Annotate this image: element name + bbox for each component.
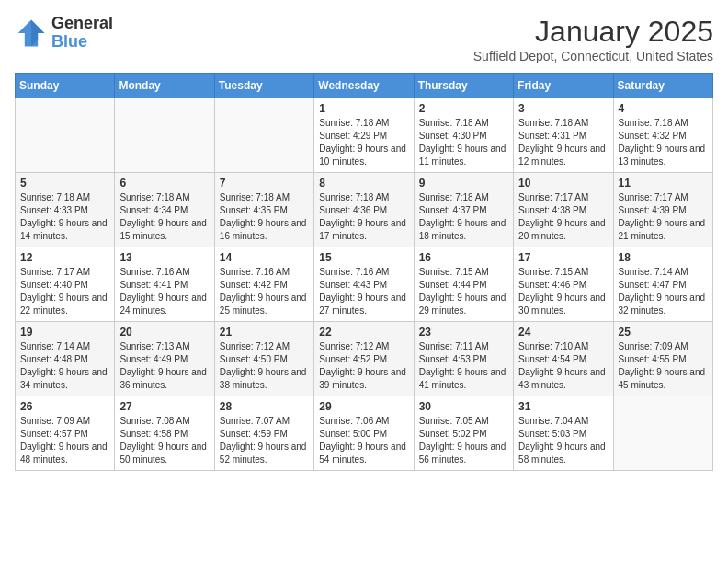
- week-row-2: 5Sunrise: 7:18 AM Sunset: 4:33 PM Daylig…: [16, 173, 713, 247]
- calendar-cell: 26Sunrise: 7:09 AM Sunset: 4:57 PM Dayli…: [16, 396, 115, 471]
- calendar-cell: 5Sunrise: 7:18 AM Sunset: 4:33 PM Daylig…: [16, 173, 115, 247]
- day-number: 28: [220, 400, 309, 413]
- day-info: Sunrise: 7:18 AM Sunset: 4:31 PM Dayligh…: [518, 117, 608, 168]
- day-number: 19: [20, 326, 109, 339]
- day-info: Sunrise: 7:06 AM Sunset: 5:00 PM Dayligh…: [319, 415, 408, 466]
- logo-blue-text: Blue: [51, 32, 87, 51]
- day-number: 14: [220, 251, 309, 264]
- logo-icon: [15, 17, 48, 50]
- day-number: 3: [518, 102, 608, 115]
- col-tuesday: Tuesday: [214, 74, 313, 98]
- day-info: Sunrise: 7:18 AM Sunset: 4:36 PM Dayligh…: [319, 191, 408, 243]
- day-info: Sunrise: 7:16 AM Sunset: 4:41 PM Dayligh…: [119, 266, 209, 317]
- day-info: Sunrise: 7:18 AM Sunset: 4:29 PM Dayligh…: [319, 117, 408, 168]
- calendar-cell: 4Sunrise: 7:18 AM Sunset: 4:32 PM Daylig…: [613, 98, 712, 173]
- calendar-cell: 7Sunrise: 7:18 AM Sunset: 4:35 PM Daylig…: [214, 173, 313, 247]
- day-number: 25: [619, 326, 708, 339]
- week-row-5: 26Sunrise: 7:09 AM Sunset: 4:57 PM Dayli…: [16, 396, 713, 471]
- day-number: 24: [518, 326, 608, 339]
- calendar-cell: 31Sunrise: 7:04 AM Sunset: 5:03 PM Dayli…: [514, 396, 613, 471]
- calendar-cell: 24Sunrise: 7:10 AM Sunset: 4:54 PM Dayli…: [514, 322, 613, 396]
- day-number: 13: [119, 251, 209, 264]
- day-info: Sunrise: 7:18 AM Sunset: 4:34 PM Dayligh…: [119, 191, 209, 243]
- day-number: 22: [319, 326, 408, 339]
- day-number: 8: [319, 177, 408, 190]
- day-info: Sunrise: 7:14 AM Sunset: 4:47 PM Dayligh…: [619, 266, 708, 317]
- calendar-cell: 12Sunrise: 7:17 AM Sunset: 4:40 PM Dayli…: [16, 247, 115, 322]
- day-number: 30: [419, 400, 508, 413]
- day-info: Sunrise: 7:09 AM Sunset: 4:57 PM Dayligh…: [20, 415, 109, 466]
- day-number: 6: [119, 177, 209, 190]
- calendar-cell: 3Sunrise: 7:18 AM Sunset: 4:31 PM Daylig…: [514, 98, 613, 173]
- day-number: 15: [319, 251, 408, 264]
- calendar-cell: 13Sunrise: 7:16 AM Sunset: 4:41 PM Dayli…: [115, 247, 214, 322]
- day-info: Sunrise: 7:12 AM Sunset: 4:50 PM Dayligh…: [220, 340, 309, 392]
- calendar-cell: 28Sunrise: 7:07 AM Sunset: 4:59 PM Dayli…: [214, 396, 313, 471]
- day-info: Sunrise: 7:17 AM Sunset: 4:40 PM Dayligh…: [20, 266, 109, 317]
- calendar-cell: 1Sunrise: 7:18 AM Sunset: 4:29 PM Daylig…: [314, 98, 414, 173]
- calendar-cell: 29Sunrise: 7:06 AM Sunset: 5:00 PM Dayli…: [314, 396, 414, 471]
- col-friday: Friday: [514, 74, 613, 98]
- day-info: Sunrise: 7:10 AM Sunset: 4:54 PM Dayligh…: [518, 340, 608, 392]
- week-row-1: 1Sunrise: 7:18 AM Sunset: 4:29 PM Daylig…: [16, 98, 713, 173]
- location-text: Suffield Depot, Connecticut, United Stat…: [473, 49, 713, 63]
- day-number: 31: [518, 400, 608, 413]
- day-number: 1: [319, 102, 408, 115]
- col-thursday: Thursday: [414, 74, 513, 98]
- day-info: Sunrise: 7:04 AM Sunset: 5:03 PM Dayligh…: [518, 415, 608, 466]
- title-block: January 2025 Suffield Depot, Connecticut…: [473, 15, 713, 63]
- day-info: Sunrise: 7:16 AM Sunset: 4:42 PM Dayligh…: [220, 266, 309, 317]
- day-info: Sunrise: 7:08 AM Sunset: 4:58 PM Dayligh…: [119, 415, 209, 466]
- col-sunday: Sunday: [16, 74, 115, 98]
- col-wednesday: Wednesday: [314, 74, 414, 98]
- calendar-table: Sunday Monday Tuesday Wednesday Thursday…: [15, 73, 713, 471]
- day-info: Sunrise: 7:18 AM Sunset: 4:30 PM Dayligh…: [419, 117, 508, 168]
- day-info: Sunrise: 7:17 AM Sunset: 4:38 PM Dayligh…: [518, 191, 608, 243]
- calendar-cell: 22Sunrise: 7:12 AM Sunset: 4:52 PM Dayli…: [314, 322, 414, 396]
- calendar-cell: 16Sunrise: 7:15 AM Sunset: 4:44 PM Dayli…: [414, 247, 513, 322]
- day-info: Sunrise: 7:15 AM Sunset: 4:44 PM Dayligh…: [419, 266, 508, 317]
- day-number: 20: [119, 326, 209, 339]
- calendar-cell: 2Sunrise: 7:18 AM Sunset: 4:30 PM Daylig…: [414, 98, 513, 173]
- day-number: 29: [319, 400, 408, 413]
- calendar-cell: 14Sunrise: 7:16 AM Sunset: 4:42 PM Dayli…: [214, 247, 313, 322]
- calendar-cell: 10Sunrise: 7:17 AM Sunset: 4:38 PM Dayli…: [514, 173, 613, 247]
- day-number: 4: [619, 102, 708, 115]
- day-number: 5: [20, 177, 109, 190]
- calendar-cell: [214, 98, 313, 173]
- logo: General Blue: [15, 15, 113, 52]
- day-info: Sunrise: 7:16 AM Sunset: 4:43 PM Dayligh…: [319, 266, 408, 317]
- calendar-cell: 18Sunrise: 7:14 AM Sunset: 4:47 PM Dayli…: [613, 247, 712, 322]
- calendar-cell: [613, 396, 712, 471]
- day-number: 27: [119, 400, 209, 413]
- calendar-cell: 20Sunrise: 7:13 AM Sunset: 4:49 PM Dayli…: [115, 322, 214, 396]
- calendar-cell: 6Sunrise: 7:18 AM Sunset: 4:34 PM Daylig…: [115, 173, 214, 247]
- calendar-cell: 17Sunrise: 7:15 AM Sunset: 4:46 PM Dayli…: [514, 247, 613, 322]
- day-info: Sunrise: 7:07 AM Sunset: 4:59 PM Dayligh…: [220, 415, 309, 466]
- day-number: 21: [220, 326, 309, 339]
- calendar-cell: 23Sunrise: 7:11 AM Sunset: 4:53 PM Dayli…: [414, 322, 513, 396]
- calendar-cell: 15Sunrise: 7:16 AM Sunset: 4:43 PM Dayli…: [314, 247, 414, 322]
- day-number: 2: [419, 102, 508, 115]
- day-info: Sunrise: 7:17 AM Sunset: 4:39 PM Dayligh…: [619, 191, 708, 243]
- day-number: 26: [20, 400, 109, 413]
- day-number: 9: [419, 177, 508, 190]
- day-info: Sunrise: 7:18 AM Sunset: 4:32 PM Dayligh…: [619, 117, 708, 168]
- calendar-header-row: Sunday Monday Tuesday Wednesday Thursday…: [16, 74, 713, 98]
- logo-general-text: General: [51, 14, 113, 32]
- calendar-cell: 19Sunrise: 7:14 AM Sunset: 4:48 PM Dayli…: [16, 322, 115, 396]
- day-number: 23: [419, 326, 508, 339]
- day-info: Sunrise: 7:15 AM Sunset: 4:46 PM Dayligh…: [518, 266, 608, 317]
- calendar-cell: 21Sunrise: 7:12 AM Sunset: 4:50 PM Dayli…: [214, 322, 313, 396]
- day-info: Sunrise: 7:12 AM Sunset: 4:52 PM Dayligh…: [319, 340, 408, 392]
- day-number: 16: [419, 251, 508, 264]
- day-info: Sunrise: 7:05 AM Sunset: 5:02 PM Dayligh…: [419, 415, 508, 466]
- calendar-cell: 9Sunrise: 7:18 AM Sunset: 4:37 PM Daylig…: [414, 173, 513, 247]
- week-row-4: 19Sunrise: 7:14 AM Sunset: 4:48 PM Dayli…: [16, 322, 713, 396]
- calendar-cell: 30Sunrise: 7:05 AM Sunset: 5:02 PM Dayli…: [414, 396, 513, 471]
- calendar-cell: 11Sunrise: 7:17 AM Sunset: 4:39 PM Dayli…: [613, 173, 712, 247]
- day-info: Sunrise: 7:11 AM Sunset: 4:53 PM Dayligh…: [419, 340, 508, 392]
- day-number: 11: [619, 177, 708, 190]
- week-row-3: 12Sunrise: 7:17 AM Sunset: 4:40 PM Dayli…: [16, 247, 713, 322]
- day-info: Sunrise: 7:18 AM Sunset: 4:37 PM Dayligh…: [419, 191, 508, 243]
